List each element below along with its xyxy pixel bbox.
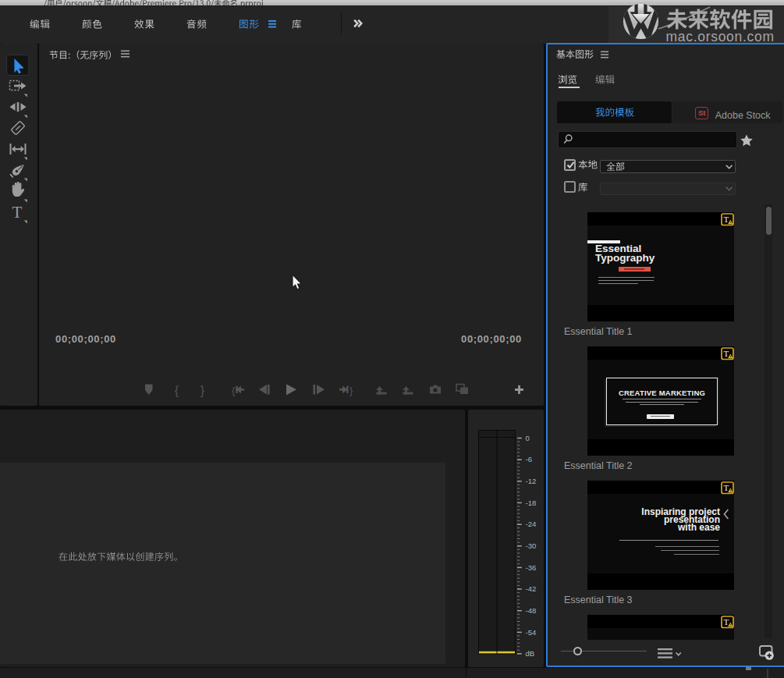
svg-text:-36: -36 [526, 563, 537, 572]
svg-text:dB: dB [526, 649, 535, 658]
svg-text:-24: -24 [526, 520, 537, 528]
svg-text:-42: -42 [526, 584, 537, 593]
svg-text:-30: -30 [526, 541, 537, 550]
svg-text:{: { [175, 384, 179, 397]
svg-text:T: T [723, 617, 729, 627]
svg-text:-54: -54 [526, 628, 537, 637]
svg-text:T: T [723, 349, 729, 358]
svg-text:T: T [723, 483, 729, 492]
svg-text:0: 0 [526, 434, 530, 442]
svg-text:{: { [232, 385, 236, 396]
svg-text:-6: -6 [526, 455, 532, 463]
svg-text:T: T [12, 203, 23, 222]
svg-text:-12: -12 [526, 477, 537, 485]
svg-text:-48: -48 [526, 606, 537, 615]
svg-text:}: } [349, 385, 353, 396]
svg-text:}: } [200, 384, 205, 397]
svg-text:T: T [723, 215, 729, 224]
svg-text:-18: -18 [526, 499, 537, 507]
